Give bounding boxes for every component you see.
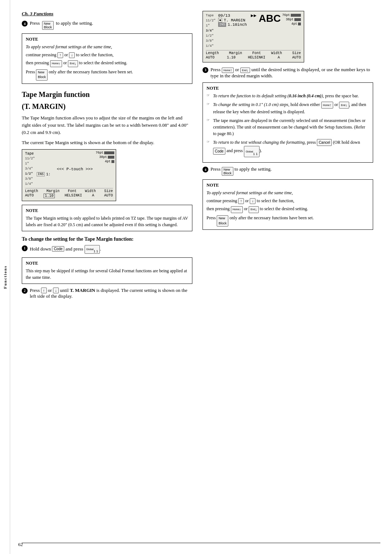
newblock-key-top[interactable]: NewBlock <box>42 21 54 30</box>
note4: NOTE ☞ To return the function to its def… <box>203 82 373 163</box>
note3-text: This step may be skipped if settings for… <box>26 268 188 281</box>
note1-line1: To apply several format settings at the … <box>26 44 188 50</box>
note5-title: NOTE <box>207 183 369 188</box>
lcd1-bars: 76pt 38pt 4pt <box>95 151 114 163</box>
right-column: Tape 11/2" 1" 3/4" 1/2" 3/8" 1/4" 09/13 … <box>203 11 373 539</box>
note2-text: The Tape Margin setting is only applied … <box>26 215 188 228</box>
note4-bullet4: ☞ To return to the text without changing… <box>207 139 369 157</box>
down-key2[interactable]: ↓ <box>53 288 59 293</box>
end-key4[interactable]: End↓ <box>339 102 349 109</box>
global-key4[interactable]: Global1 1 <box>244 146 260 157</box>
main-content: Ch. 3 Functions 4 Press NewBlock to appl… <box>10 0 392 554</box>
note1-line4: Press NewBlock only after the necessary … <box>26 69 188 81</box>
step2-circle: 2 <box>22 288 28 294</box>
step4-right: 4 Press NewBlock to apply the setting. <box>203 166 373 176</box>
step3: 3 Press Home↑ or End↓ until the desired … <box>203 67 373 79</box>
lcd2-body: Tape 11/2" 1" 3/4" 1/2" 3/8" 1/4" 09/13 … <box>206 13 301 49</box>
code-key1[interactable]: Code <box>52 246 64 252</box>
page-number: 62 <box>18 542 23 547</box>
note1-line3: then pressing Home↑ or End↓ to select th… <box>26 60 188 67</box>
note4-bullet2: ☞ To change the setting in 0.1" (1.0 cm)… <box>207 101 369 115</box>
step4-top-circle: 4 <box>22 21 28 27</box>
newblock-key5[interactable]: NewBlock <box>217 215 228 227</box>
section-subtitle: (T. MARGIN) <box>22 102 192 111</box>
note5-line3: then pressing Home↑ or End↓ to select th… <box>207 205 369 213</box>
end-key5[interactable]: End↓ <box>249 206 258 213</box>
lcd2-line1: 09/13 ▶▶ <box>218 13 257 18</box>
subsection-title: To change the setting for the Tape Margi… <box>22 236 192 242</box>
section-title: Tape Margin function <box>22 90 192 99</box>
note3-title: NOTE <box>26 261 188 266</box>
step2-text: Press ↑ or ↓ until T. MARGIN is displaye… <box>30 288 192 300</box>
lcd2-bottom-bar: Length Margin Font Width Size <box>206 50 301 55</box>
lcd2-rows: Tape 11/2" 1" 3/4" 1/2" 3/8" 1/4" <box>206 13 216 49</box>
body-text-1: The Tape Margin function allows you to a… <box>22 114 192 136</box>
step1-circle: 1 <box>22 245 28 251</box>
home-key3[interactable]: Home↑ <box>222 68 234 73</box>
step3-text: Press Home↑ or End↓ until the desired se… <box>211 67 373 79</box>
up-key2[interactable]: ↑ <box>41 288 47 293</box>
home-key4[interactable]: Home↑ <box>321 102 334 109</box>
step4-right-text: Press NewBlock to apply the setting. <box>211 166 272 176</box>
lcd1-ins-key: INS <box>37 172 45 176</box>
lcd2-center: 09/13 ▶▶ ◆ T. MARGIN INS 1.10inch <box>216 13 257 49</box>
lcd2-abc-text: ABC <box>259 13 281 24</box>
step3-circle: 3 <box>203 67 208 73</box>
lcd-display-2: Tape 11/2" 1" 3/4" 1/2" 3/8" 1/4" 09/13 … <box>203 11 304 62</box>
body-text-2: The current Tape Margin setting is shown… <box>22 139 192 146</box>
sidebar-label: Functions <box>3 265 7 289</box>
note2: NOTE The Tape Margin setting is only app… <box>22 205 192 231</box>
note1-line2: continue pressing ↑ or ↓ to select the f… <box>26 52 188 58</box>
lcd1-line2: INS 1: <box>37 172 113 176</box>
note3: NOTE This step may be skipped if setting… <box>22 257 192 284</box>
step1-text: Hold down Code and press Global1 1. <box>30 245 101 254</box>
note5-line4: Press NewBlock only after the necessary … <box>207 215 369 227</box>
sidebar: Functions <box>0 0 10 554</box>
note2-title: NOTE <box>26 208 188 213</box>
home-key5[interactable]: Home↑ <box>231 206 243 213</box>
note4-bullet1: ☞ To return the function to its default … <box>207 93 369 99</box>
down-key5[interactable]: ↓ <box>250 198 256 204</box>
left-column: Ch. 3 Functions 4 Press NewBlock to appl… <box>22 11 192 539</box>
newblock-key1[interactable]: NewBlock <box>36 69 48 81</box>
lcd1-bottom-bar: Length Margin Font Width Size <box>25 188 113 193</box>
lcd2-line2: ◆ T. MARGIN <box>218 18 257 23</box>
note5: NOTE To apply several format settings at… <box>203 179 373 230</box>
lcd2-abc: ABC <box>257 13 281 49</box>
lcd2-line3: INS 1.10inch <box>218 23 257 27</box>
up-key1[interactable]: ↑ <box>57 52 63 58</box>
down-key1[interactable]: ↓ <box>69 52 75 58</box>
two-column-layout: Ch. 3 Functions 4 Press NewBlock to appl… <box>22 11 380 539</box>
cancel-key[interactable]: Cancel <box>317 139 332 146</box>
lcd2-bottom-values: AUTO 1.10 HELSINKI A AUTO <box>206 55 301 60</box>
chapter-header: Ch. 3 Functions <box>22 11 192 17</box>
lcd-display-1: Tape 11/2" 1" 3/4" 1/2" 3/8" 1/4" <box>22 149 116 201</box>
page: Functions Ch. 3 Functions 4 Press NewBlo… <box>0 0 392 554</box>
note4-title: NOTE <box>207 86 369 91</box>
step1: 1 Hold down Code and press Global1 1. <box>22 245 192 254</box>
up-key5[interactable]: ↑ <box>238 198 244 204</box>
bottom-rule <box>22 543 380 543</box>
step2: 2 Press ↑ or ↓ until T. MARGIN is displa… <box>22 288 192 300</box>
step4-top-text: Press NewBlock to apply the setting. <box>30 20 93 30</box>
step4-right-circle: 4 <box>203 167 208 172</box>
home-key1[interactable]: Home↑ <box>50 60 62 67</box>
note5-line2: continue pressing ↑ or ↓ to select the f… <box>207 197 369 204</box>
lcd1-body: 11/2" 1" 3/4" 1/2" 3/8" 1/4" <<< P-touch… <box>25 156 113 187</box>
lcd1-bottom-values: AUTO 1.10 HELSINKI A AUTO <box>25 193 113 199</box>
newblock-key4[interactable]: NewBlock <box>222 167 233 176</box>
note4-bullet3: ☞ The tape margins are displayed in the … <box>207 117 369 137</box>
note1: NOTE To apply several format settings at… <box>22 33 192 84</box>
lcd1-center-text: <<< P-touch >>> <box>37 167 113 171</box>
note5-line1: To apply several format settings at the … <box>207 190 369 196</box>
step4-top: 4 Press NewBlock to apply the setting. <box>22 20 192 30</box>
lcd2-bars: 76pt 38pt 4pt <box>281 13 301 49</box>
code-key4[interactable]: Code <box>213 148 225 155</box>
end-key1[interactable]: End↓ <box>68 60 78 67</box>
lcd1-rows: 11/2" 1" 3/4" 1/2" 3/8" 1/4" <box>25 156 35 187</box>
end-key3[interactable]: End↓ <box>240 68 250 73</box>
note1-title: NOTE <box>26 37 188 42</box>
lcd1-tape-label: Tape <box>25 152 34 156</box>
global-key1[interactable]: Global1 1 <box>85 245 100 254</box>
